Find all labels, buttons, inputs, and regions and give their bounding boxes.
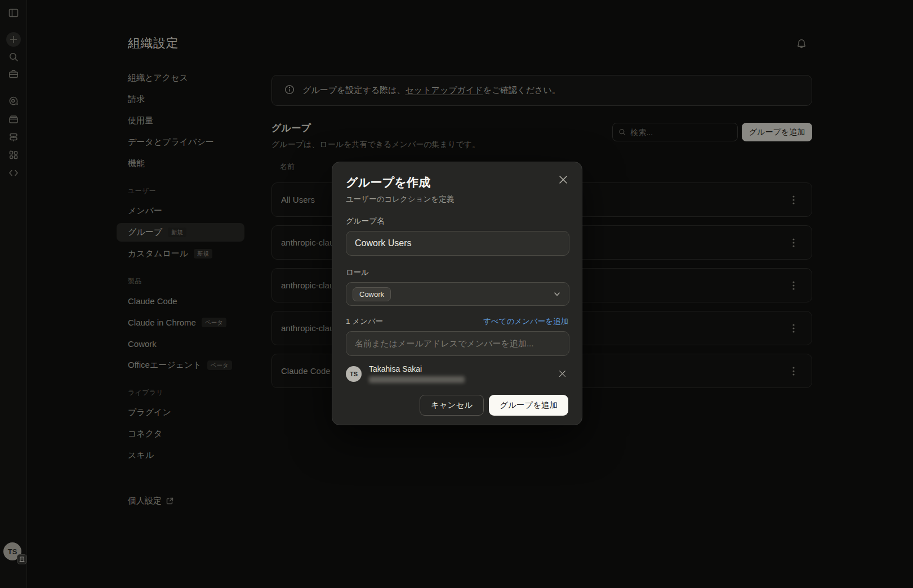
member-search-input[interactable] <box>346 331 569 356</box>
group-name-input[interactable] <box>346 231 569 256</box>
group-section-title: グループ <box>271 122 480 135</box>
nav-item-connectors[interactable]: コネクタ <box>117 425 244 443</box>
nav-section-products: 製品 <box>117 277 244 286</box>
new-badge: 新規 <box>168 228 186 237</box>
member-info: Takahisa Sakai <box>369 364 556 383</box>
org-badge-building-icon <box>17 554 27 564</box>
work-briefcase-icon[interactable] <box>6 67 21 82</box>
member-avatar: TS <box>346 366 362 382</box>
search-icon[interactable] <box>6 50 21 64</box>
member-email-redacted <box>369 376 465 383</box>
members-count: 1 メンバー <box>346 317 383 327</box>
modal-close-icon[interactable] <box>557 173 569 186</box>
modal-subtitle: ユーザーのコレクションを定義 <box>346 194 568 204</box>
role-chip[interactable]: Cowork <box>353 287 391 301</box>
nav-item-org-access[interactable]: 組織とアクセス <box>117 69 244 87</box>
nav-item-plugins[interactable]: プラグイン <box>117 403 244 422</box>
sidebar-toggle-icon[interactable] <box>6 6 21 20</box>
add-group-button[interactable]: グループを追加 <box>742 123 812 141</box>
row-kebab-menu-icon[interactable] <box>788 366 799 377</box>
add-all-members-link[interactable]: すべてのメンバーを追加 <box>483 317 568 327</box>
new-chat-icon[interactable] <box>6 32 21 47</box>
nav-item-cowork[interactable]: Cowork <box>117 335 244 353</box>
user-avatar[interactable]: TS <box>3 542 21 560</box>
blocks-icon[interactable] <box>6 148 21 162</box>
chat-history-icon[interactable] <box>6 94 21 109</box>
page-title: 組織設定 <box>128 35 179 52</box>
external-link-icon <box>166 497 173 505</box>
nav-item-data-privacy[interactable]: データとプライバシー <box>117 133 244 152</box>
group-search[interactable] <box>612 123 738 141</box>
user-initials: TS <box>8 547 17 556</box>
row-kebab-menu-icon[interactable] <box>788 323 799 334</box>
group-section-subtitle: グループは、ロールを共有できるメンバーの集まりです。 <box>271 140 480 150</box>
code-icon[interactable] <box>6 166 21 180</box>
row-kebab-menu-icon[interactable] <box>788 194 799 206</box>
nav-item-claude-code[interactable]: Claude Code <box>117 292 244 310</box>
nav-item-claude-in-chrome[interactable]: Claude in Chrome ベータ <box>117 313 244 332</box>
group-section-header: グループ グループは、ロールを共有できるメンバーの集まりです。 <box>271 122 480 150</box>
nav-item-members[interactable]: メンバー <box>117 202 244 220</box>
nav-item-skills[interactable]: スキル <box>117 446 244 465</box>
nav-section-library: ライブラリ <box>117 388 244 398</box>
nav-item-usage[interactable]: 使用量 <box>117 112 244 130</box>
setup-guide-link[interactable]: セットアップガイド <box>405 85 483 95</box>
nav-item-office-agent[interactable]: Officeエージェント ベータ <box>117 356 244 375</box>
settings-nav: 組織とアクセス 請求 使用量 データとプライバシー 機能 ユーザー メンバー グ… <box>117 69 244 467</box>
new-badge: 新規 <box>194 249 212 259</box>
beta-badge: ベータ <box>202 318 226 327</box>
row-kebab-menu-icon[interactable] <box>788 237 799 248</box>
settings-sidebar: 組織設定 組織とアクセス 請求 使用量 データとプライバシー 機能 ユーザー メ… <box>27 0 270 588</box>
table-name-header: 名前 <box>280 162 295 172</box>
personal-settings-link[interactable]: 個人設定 <box>128 496 173 506</box>
member-list-item: TS Takahisa Sakai <box>346 364 568 383</box>
connectors-flow-icon[interactable] <box>6 130 21 144</box>
modal-title: グループを作成 <box>346 175 568 190</box>
nav-item-billing[interactable]: 請求 <box>117 90 244 109</box>
create-group-submit-button[interactable]: グループを追加 <box>489 395 568 416</box>
group-search-input[interactable] <box>630 128 732 137</box>
row-kebab-menu-icon[interactable] <box>788 280 799 291</box>
nav-item-features[interactable]: 機能 <box>117 154 244 173</box>
remove-member-icon[interactable] <box>556 368 568 380</box>
role-select[interactable]: Cowork <box>346 282 569 306</box>
banner-text: グループを設定する際は、セットアップガイドをご確認ください。 <box>302 85 560 96</box>
cancel-button[interactable]: キャンセル <box>420 395 484 416</box>
search-icon <box>618 128 626 136</box>
role-label: ロール <box>346 268 568 278</box>
nav-item-custom-roles[interactable]: カスタムロール 新規 <box>117 244 244 263</box>
member-name: Takahisa Sakai <box>369 364 556 373</box>
beta-badge: ベータ <box>207 360 232 370</box>
members-header-row: 1 メンバー すべてのメンバーを追加 <box>346 317 568 327</box>
group-name-label: グループ名 <box>346 216 568 226</box>
notifications-bell-icon[interactable] <box>794 36 809 52</box>
info-icon <box>284 84 295 96</box>
setup-guide-banner: グループを設定する際は、セットアップガイドをご確認ください。 <box>271 75 812 106</box>
projects-tray-icon[interactable] <box>6 112 21 127</box>
app-rail: TS <box>0 0 27 588</box>
chevron-down-icon <box>553 290 561 298</box>
nav-item-groups[interactable]: グループ 新規 <box>117 223 244 242</box>
modal-footer: キャンセル グループを追加 <box>346 395 568 416</box>
nav-section-users: ユーザー <box>117 186 244 196</box>
create-group-modal: グループを作成 ユーザーのコレクションを定義 グループ名 ロール Cowork … <box>332 162 582 425</box>
